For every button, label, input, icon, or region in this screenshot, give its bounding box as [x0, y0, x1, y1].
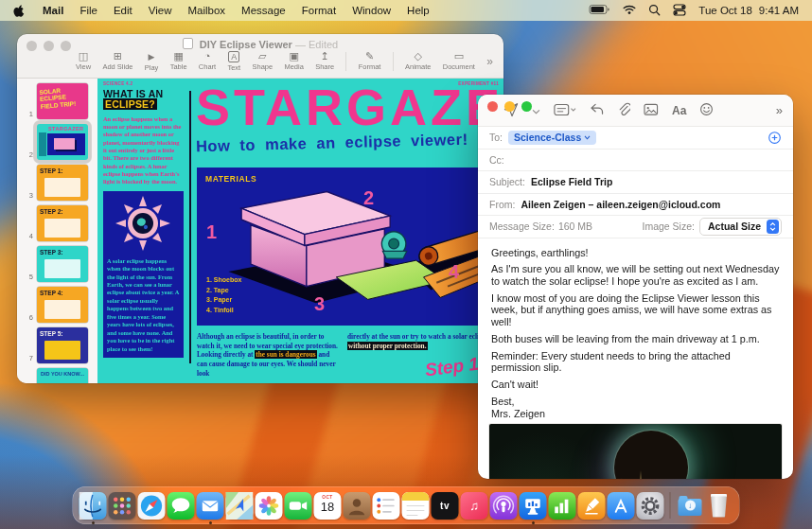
slide-thumbnail-5[interactable]: 5 STEP 3:: [17, 246, 95, 282]
dock-messages[interactable]: [168, 492, 195, 520]
slide-thumbnail-8[interactable]: DID YOU KNOW...: [17, 368, 95, 383]
dock-calendar[interactable]: OCT 18: [314, 492, 342, 520]
dock-system-settings[interactable]: [637, 492, 664, 520]
toolbar-table-button[interactable]: Table: [170, 50, 187, 71]
menu-message[interactable]: Message: [241, 5, 286, 16]
wifi-icon[interactable]: [623, 5, 636, 17]
spotlight-icon[interactable]: [648, 4, 661, 18]
menu-help[interactable]: Help: [407, 5, 430, 16]
add-recipient-button[interactable]: [768, 131, 782, 145]
body-paragraph: Greetings, earthlings!: [491, 247, 780, 259]
toolbar-label: Table: [170, 62, 187, 71]
format-aa-icon[interactable]: Aa: [672, 104, 686, 117]
attach-icon[interactable]: [617, 102, 630, 118]
dock-mail[interactable]: [197, 492, 224, 520]
dock-safari[interactable]: [138, 492, 166, 520]
toolbar-view-button[interactable]: View: [76, 50, 91, 71]
dock-reminders[interactable]: [373, 492, 400, 520]
recipient-name: Science-Class: [514, 132, 581, 143]
toolbar-label: View: [76, 62, 91, 71]
menu-window[interactable]: Window: [352, 5, 391, 16]
toolbar-label: Format: [359, 62, 381, 71]
apple-menu-icon[interactable]: [13, 4, 26, 18]
dock-podcasts[interactable]: [490, 492, 518, 520]
dock-photos[interactable]: [256, 492, 283, 520]
toolbar-document-button[interactable]: Document: [443, 50, 475, 71]
from-field-row[interactable]: From: Aileen Zeigen – aileen.zeigen@iclo…: [478, 194, 793, 217]
sun-illustration: [107, 195, 180, 254]
dock-launchpad[interactable]: [109, 492, 136, 520]
toolbar-play-button[interactable]: Play: [145, 50, 159, 72]
dock-contacts[interactable]: [344, 492, 371, 520]
slide-thumbnail-4[interactable]: 4 STEP 2:: [17, 205, 95, 241]
token-chevron-icon: [584, 135, 591, 140]
document-proxy-icon[interactable]: [183, 38, 193, 49]
menu-mailbox[interactable]: Mailbox: [187, 5, 225, 16]
dock-music[interactable]: ♫: [461, 492, 488, 520]
header-fields-icon[interactable]: [554, 103, 576, 118]
toolbar-format-button[interactable]: Format: [359, 50, 381, 71]
to-field-row[interactable]: To: Science-Class: [478, 127, 793, 150]
slide-divider-line: [189, 91, 191, 363]
toolbar-share-button[interactable]: Share: [315, 50, 334, 71]
subject-value: Eclipse Field Trip: [531, 176, 612, 187]
reply-icon[interactable]: [590, 103, 604, 117]
image-size-select[interactable]: Actual Size: [699, 218, 782, 236]
zoom-button[interactable]: [521, 101, 532, 112]
control-center-icon[interactable]: [673, 4, 686, 18]
message-size-label: Message Size:: [489, 220, 555, 232]
image-size-value: Actual Size: [708, 220, 761, 232]
dock-downloads[interactable]: ↓: [677, 492, 704, 520]
toolbar-animate-button[interactable]: Animate: [405, 50, 432, 71]
eclipse-attachment-image[interactable]: [489, 424, 782, 479]
slide-thumbnail-2-selected[interactable]: 2 STARGAZER: [17, 124, 95, 160]
toolbar-text-button[interactable]: Text: [227, 50, 240, 72]
chart-icon: [204, 50, 211, 62]
dock-app-store[interactable]: [608, 492, 635, 520]
minimize-button[interactable]: [504, 101, 515, 112]
slide-canvas[interactable]: SCIENCE 4.2 EXPERIMENT #11 WHAT IS AN EC…: [97, 79, 503, 383]
menu-view[interactable]: View: [149, 5, 172, 16]
menu-file[interactable]: File: [79, 5, 97, 16]
dock-finder[interactable]: [79, 492, 107, 520]
subject-field-row[interactable]: Subject: Eclipse Field Trip: [478, 171, 793, 194]
send-options-chevron-icon[interactable]: [532, 105, 540, 116]
dock-maps[interactable]: [226, 492, 254, 520]
menu-bar: Mail File Edit View Mailbox Message Form…: [0, 0, 812, 21]
message-body[interactable]: Greetings, earthlings! As I'm sure you a…: [478, 238, 793, 420]
slide-thumbnail-1[interactable]: 1 SOLAR ECLIPSE FIELD TRIP!: [17, 83, 95, 119]
toolbar-chart-button[interactable]: Chart: [199, 50, 216, 71]
toolbar-overflow-icon[interactable]: »: [486, 55, 493, 68]
slide-kicker-left: SCIENCE 4.2: [103, 81, 132, 86]
menu-edit[interactable]: Edit: [114, 5, 132, 16]
toolbar-overflow-icon[interactable]: »: [776, 103, 783, 117]
insert-photo-icon[interactable]: [644, 103, 659, 118]
slide-thumb-label: SOLAR ECLIPSE FIELD TRIP!: [39, 85, 82, 110]
menu-mail[interactable]: Mail: [43, 5, 63, 16]
dock-tv[interactable]: tv: [432, 492, 459, 520]
emoji-icon[interactable]: [699, 102, 714, 118]
play-icon: [149, 50, 155, 62]
dock-trash[interactable]: [706, 492, 733, 520]
dock-numbers[interactable]: [549, 492, 576, 520]
cc-field-row[interactable]: Cc:: [478, 150, 793, 172]
battery-icon[interactable]: [589, 4, 610, 17]
slide-thumbnail-7[interactable]: 7 STEP 5:: [17, 327, 95, 363]
dock-notes[interactable]: [402, 492, 430, 520]
slide-thumbnail-3[interactable]: 3 STEP 1:: [17, 165, 95, 201]
menu-format[interactable]: Format: [302, 5, 336, 16]
dock-pages[interactable]: [578, 492, 606, 520]
media-icon: [289, 50, 298, 62]
keynote-toolbar: View Add Slide Play Table Chart Text Sha…: [76, 50, 475, 72]
format-brush-icon: [365, 50, 374, 62]
dock-keynote[interactable]: [520, 492, 547, 520]
dock-facetime[interactable]: [285, 492, 312, 520]
toolbar-add-slide-button[interactable]: Add Slide: [102, 50, 132, 71]
menu-clock[interactable]: Tue Oct 18 9:41 AM: [698, 5, 799, 16]
recipient-token[interactable]: Science-Class: [508, 131, 596, 145]
slide-thumbnail-6[interactable]: 6 STEP 4:: [17, 287, 95, 323]
toolbar-media-button[interactable]: Media: [284, 50, 303, 71]
toolbar-shape-button[interactable]: Shape: [252, 50, 273, 71]
close-button[interactable]: [487, 101, 498, 112]
slide-thumb-label: STARGAZER: [48, 126, 83, 132]
